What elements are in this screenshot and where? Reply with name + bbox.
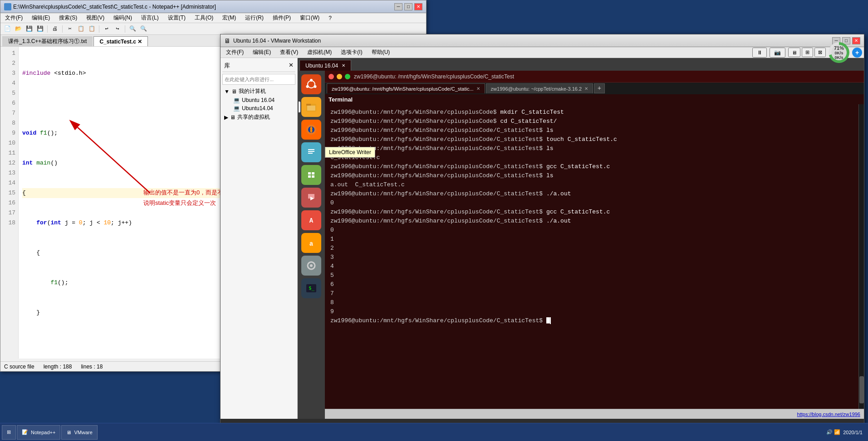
launcher-amazon-icon[interactable]: a: [301, 233, 321, 253]
line-num-7: 7: [0, 108, 18, 118]
vmware-view-3[interactable]: ⊠: [814, 48, 826, 57]
menu-run[interactable]: 运行(R): [242, 13, 266, 23]
toolbar-open[interactable]: 📂: [13, 24, 23, 34]
menu-window[interactable]: 窗口(W): [297, 13, 322, 23]
terminal-label: Terminal: [329, 96, 353, 103]
launcher-files-icon[interactable]: [301, 97, 321, 117]
menu-settings[interactable]: 设置(T): [165, 13, 188, 23]
line-num-16: 16: [0, 198, 18, 208]
launcher-ubuntu-icon[interactable]: [301, 74, 321, 94]
tree-item-ubuntu14[interactable]: 💻 Ubuntu14.04: [222, 104, 295, 112]
menu-view[interactable]: 视图(V): [83, 13, 107, 23]
menu-tools[interactable]: 工具(O): [192, 13, 216, 23]
sidebar-close-btn[interactable]: ✕: [289, 62, 294, 68]
term-tab-1-close[interactable]: ✕: [476, 86, 480, 91]
launcher-firefox-icon[interactable]: [301, 120, 321, 140]
terminal-minimize-btn[interactable]: [337, 74, 342, 79]
terminal-close-btn[interactable]: [329, 74, 334, 79]
vmware-menu-edit[interactable]: 编辑(E): [249, 48, 275, 57]
minimize-button[interactable]: ─: [394, 3, 402, 10]
menu-edit[interactable]: 编辑(E): [29, 13, 53, 23]
svg-rect-16: [307, 170, 315, 180]
vmware-add-btn[interactable]: +: [852, 48, 862, 58]
toolbar-save-all[interactable]: 💾: [35, 24, 45, 34]
launcher-terminal-icon[interactable]: $_: [301, 278, 321, 298]
menu-search[interactable]: 搜索(S): [56, 13, 80, 23]
sys-tray-icons: 🔊 📶: [826, 429, 840, 435]
taskbar-notepad[interactable]: 📝 Notepad++: [17, 425, 60, 440]
scrollbar-thumb[interactable]: [859, 376, 864, 403]
terminal-area[interactable]: zw1996@ubuntu:/mnt/hgfs/WinShare/cpluspl…: [325, 104, 858, 409]
menu-language[interactable]: 语言(L): [138, 13, 162, 23]
toolbar-print[interactable]: 🖨: [50, 24, 60, 34]
vmware-content: 库 ✕ ▼ 🖥 我的计算机 💻 Ubuntu 16.04 💻 Ubuntu14.…: [221, 58, 864, 419]
launcher-software-icon[interactable]: A: [301, 210, 321, 230]
tree-ubuntu16-icon: 💻: [233, 97, 240, 103]
toolbar-cut[interactable]: ✂: [65, 24, 75, 34]
launcher-libreoffice-calc-icon[interactable]: [301, 165, 321, 185]
line-num-18: 18: [0, 218, 18, 228]
term-new-tab-btn[interactable]: +: [594, 83, 605, 93]
maximize-button[interactable]: □: [404, 3, 412, 10]
menu-file[interactable]: 文件(F): [2, 13, 25, 23]
tree-item-mycomputer[interactable]: ▼ 🖥 我的计算机: [222, 87, 295, 96]
svg-rect-17: [308, 172, 311, 174]
term-tab-1[interactable]: zw1996@ubuntu: /mnt/hgfs/WinShare/cplusp…: [327, 83, 485, 93]
toolbar-save[interactable]: 💾: [24, 24, 34, 34]
taskbar-vmware[interactable]: 🖥 VMware: [61, 425, 97, 440]
vmware-snap-btn[interactable]: 📷: [770, 48, 785, 58]
cpu-percentage: 71% 0K/s0K/s: [831, 45, 847, 60]
taskbar-start[interactable]: ⊞: [2, 425, 16, 440]
term-tab-2[interactable]: zw1996@ubuntu: ~/cppTet/cmake-3.16.2 ✕: [486, 83, 593, 93]
terminal-scrollbar[interactable]: [858, 104, 864, 409]
vm-sidebar: 库 ✕ ▼ 🖥 我的计算机 💻 Ubuntu 16.04 💻 Ubuntu14.…: [221, 58, 298, 419]
menu-macro[interactable]: 宏(M): [220, 13, 239, 23]
line-num-1: 1: [0, 48, 18, 58]
toolbar-redo[interactable]: ↪: [113, 24, 123, 34]
menu-plugins[interactable]: 插件(P): [270, 13, 294, 23]
vmware-menu-tabs[interactable]: 选项卡(I): [337, 48, 366, 57]
svg-text:A: A: [309, 217, 314, 224]
ubuntu-tab-close[interactable]: ✕: [342, 63, 345, 68]
close-button[interactable]: ✕: [414, 3, 422, 10]
taskbar: ⊞ 📝 Notepad++ 🖥 VMware 🔊 📶 2020/1/1: [0, 423, 868, 441]
vmware-menu-view[interactable]: 查看(V): [276, 48, 302, 57]
toolbar-zoom-out[interactable]: 🔍: [138, 24, 148, 34]
status-url: https://blog.csdn.net/zw1996: [797, 412, 860, 417]
toolbar-copy[interactable]: 📋: [76, 24, 86, 34]
terminal-maximize-btn[interactable]: [345, 74, 350, 79]
status-lines: lines : 18: [81, 363, 103, 370]
vmware-menu-file[interactable]: 文件(F): [222, 48, 247, 57]
cpu-label: 0K/s0K/s: [834, 51, 843, 60]
toolbar-paste[interactable]: 📋: [87, 24, 97, 34]
vmware-pause-btn[interactable]: ⏸: [752, 48, 767, 58]
term-tab-2-close[interactable]: ✕: [584, 86, 588, 91]
tree-label-shared: 共享的虚拟机: [237, 113, 270, 121]
toolbar-new[interactable]: 📄: [2, 24, 12, 34]
vmware-statusbar: https://blog.csdn.net/zw1996: [325, 409, 864, 419]
vmware-menu-vm[interactable]: 虚拟机(M): [304, 48, 335, 57]
term-line-19: 5: [330, 271, 853, 280]
launcher-system-icon[interactable]: [301, 256, 321, 276]
menu-encoding[interactable]: 编码(N): [111, 13, 135, 23]
vmware-view-2[interactable]: ⊞: [802, 48, 813, 57]
status-length: length : 188: [44, 363, 72, 370]
tab-cstatictest[interactable]: C_staticTest.c ✕: [93, 36, 148, 46]
term-line-24: zw1996@ubuntu:/mnt/hgfs/WinShare/cpluspl…: [330, 316, 853, 325]
svg-text:$_: $_: [309, 285, 315, 291]
toolbar-zoom-in[interactable]: 🔍: [128, 24, 137, 34]
sidebar-search[interactable]: [222, 74, 295, 85]
ubuntu-tab-1[interactable]: Ubuntu 16.04 ✕: [299, 60, 351, 71]
vmware-menu-help[interactable]: 帮助(U): [368, 48, 394, 57]
start-icon: ⊞: [7, 429, 11, 435]
launcher-libreoffice-writer-icon[interactable]: LibreOffice Writer: [301, 142, 321, 162]
line-num-17: 17: [0, 208, 18, 218]
tab-lesson[interactable]: 课件_1.3.C++基础程序练习①.txt: [2, 36, 93, 46]
launcher-libreoffice-impress-icon[interactable]: [301, 188, 321, 208]
vmware-view-1[interactable]: 🖥: [788, 48, 800, 57]
menu-help[interactable]: ?: [326, 14, 334, 22]
toolbar-undo[interactable]: ↩: [102, 24, 112, 34]
ubuntu-tabs: Ubuntu 16.04 ✕: [298, 58, 864, 71]
tree-item-ubuntu16[interactable]: 💻 Ubuntu 16.04: [222, 96, 295, 104]
tree-item-shared[interactable]: ▶ 🖥 共享的虚拟机: [222, 112, 295, 122]
